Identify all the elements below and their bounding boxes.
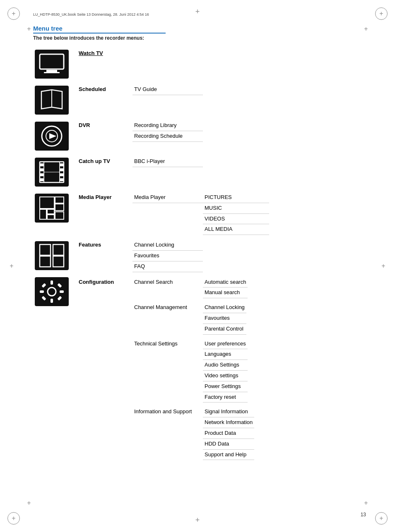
subsubmenu-item: MUSIC (203, 203, 269, 214)
submenu-features: Channel Locking Favourites FAQ (132, 240, 203, 272)
svg-rect-34 (51, 299, 53, 303)
corner-mark-bl (7, 512, 20, 525)
submenu-item: Recording Library (132, 120, 203, 131)
config-sublabel: Technical Settings (132, 339, 203, 403)
submenu-item: BBC i-Player (132, 156, 203, 167)
subsubmenu-item: Power Settings (203, 381, 248, 392)
svg-rect-26 (47, 215, 54, 219)
corner-mark-br (375, 512, 388, 525)
icon-configuration (33, 277, 70, 306)
config-subitems: User preferences Languages Audio Setting… (203, 339, 248, 403)
cross-itr: + (362, 25, 370, 33)
subsubmenu-item: User preferences (203, 339, 248, 350)
subsubmenu-item: Audio Settings (203, 360, 248, 371)
page-content: Menu tree The tree below introduces the … (33, 25, 370, 465)
config-sublabel: Channel Search (132, 277, 203, 299)
subsubmenu-media: PICTURES MUSIC VIDEOS ALL MEDIA (203, 192, 269, 235)
config-sublabel: Channel Management (132, 302, 203, 334)
subsubmenu-item: Factory reset (203, 392, 248, 403)
menu-row-dvr: DVR Recording Library Recording Schedule (33, 120, 370, 151)
svg-point-32 (48, 288, 56, 296)
submenu-media: Media Player (132, 192, 203, 203)
svg-rect-25 (55, 204, 64, 211)
subsubmenu-item: ALL MEDIA (203, 224, 269, 235)
icon-features (33, 240, 70, 271)
cross-itl: + (25, 25, 33, 33)
corner-mark-tl (7, 7, 20, 20)
svg-rect-23 (47, 209, 54, 214)
svg-rect-30 (40, 256, 51, 267)
submenu-catchup: BBC i-Player (132, 156, 203, 167)
svg-rect-39 (41, 296, 46, 300)
subsubmenu-item: Signal Information (203, 407, 254, 417)
menu-row-configuration: Configuration Channel Search Automatic s… (33, 277, 370, 460)
subsubmenu-item: Support and Help (203, 450, 254, 460)
submenu-item: TV Guide (132, 84, 203, 95)
config-sublabel: Information and Support (132, 407, 203, 460)
svg-rect-31 (53, 256, 64, 267)
config-row-technical: Technical Settings User preferences Lang… (132, 339, 254, 403)
subsubmenu-item: Manual search (203, 288, 248, 298)
svg-rect-13 (40, 178, 43, 181)
svg-rect-15 (60, 168, 63, 171)
menu-label-configuration: Configuration (79, 277, 132, 285)
icon-catchup (33, 156, 70, 187)
subsubmenu-item: Video settings (203, 371, 248, 381)
menu-label-media: Media Player (79, 192, 132, 200)
page-container: + + + + + + + + LU_HDTP-8530_UK.book Sei… (0, 0, 395, 532)
config-subitems: Signal Information Network Information P… (203, 407, 254, 460)
subsubmenu-item: VIDEOS (203, 214, 269, 225)
icon-watch-tv (33, 48, 70, 79)
subsubmenu-item: Network Information (203, 417, 254, 428)
svg-rect-24 (55, 197, 64, 203)
svg-rect-29 (53, 244, 64, 255)
section-subtitle: The tree below introduces the recorder m… (33, 35, 370, 41)
subsubmenu-item: Product Data (203, 428, 254, 439)
menu-tree: Watch TV (33, 48, 370, 465)
svg-rect-17 (60, 178, 63, 181)
svg-rect-12 (40, 173, 43, 176)
subsubmenu-item: Languages (203, 349, 248, 360)
cross-mr: + (379, 262, 388, 270)
menu-label-features: Features (79, 240, 132, 248)
svg-rect-28 (40, 244, 51, 255)
icon-media (33, 192, 70, 223)
submenu-dvr: Recording Library Recording Schedule (132, 120, 203, 142)
submenu-item: Favourites (132, 251, 203, 261)
svg-rect-1 (46, 70, 57, 72)
menu-label-catchup: Catch up TV (79, 156, 132, 164)
svg-rect-2 (44, 72, 60, 73)
submenu-item: Recording Schedule (132, 131, 203, 142)
submenu-item: Channel Locking (132, 240, 203, 251)
menu-row-scheduled: Scheduled TV Guide (33, 84, 370, 115)
config-subitems: Channel Locking Favourites Parental Cont… (203, 302, 246, 334)
submenu-item: FAQ (132, 261, 203, 272)
svg-rect-16 (60, 173, 63, 176)
svg-rect-36 (60, 290, 64, 293)
svg-rect-11 (40, 168, 43, 171)
cross-top-center: + (195, 7, 200, 16)
cross-ibr: + (362, 499, 370, 507)
menu-label-scheduled: Scheduled (79, 84, 132, 92)
svg-rect-40 (57, 296, 62, 300)
subsubmenu-item: PICTURES (203, 192, 269, 203)
cross-bottom-center: + (195, 516, 200, 525)
menu-label-watch-tv: Watch TV (79, 48, 132, 56)
config-row-channel-search: Channel Search Automatic search Manual s… (132, 277, 254, 299)
subsubmenu-item: Favourites (203, 313, 246, 324)
svg-rect-10 (40, 163, 43, 166)
cross-ml: + (7, 262, 16, 270)
page-number: 13 (361, 512, 366, 518)
submenu-scheduled: TV Guide (132, 84, 203, 95)
subsubmenu-item: Channel Locking (203, 302, 246, 313)
header-file: LU_HDTP-8530_UK.book Seite 13 Donnerstag… (33, 12, 370, 17)
svg-rect-22 (40, 209, 46, 219)
subsubmenu-item: Parental Control (203, 324, 246, 335)
svg-rect-27 (55, 212, 64, 219)
config-submenu-group: Channel Search Automatic search Manual s… (132, 277, 254, 460)
config-row-channel-mgmt: Channel Management Channel Locking Favou… (132, 302, 254, 334)
svg-rect-21 (40, 197, 54, 208)
icon-scheduled (33, 84, 70, 115)
config-subitems: Automatic search Manual search (203, 277, 248, 299)
config-row-info-support: Information and Support Signal Informati… (132, 407, 254, 460)
